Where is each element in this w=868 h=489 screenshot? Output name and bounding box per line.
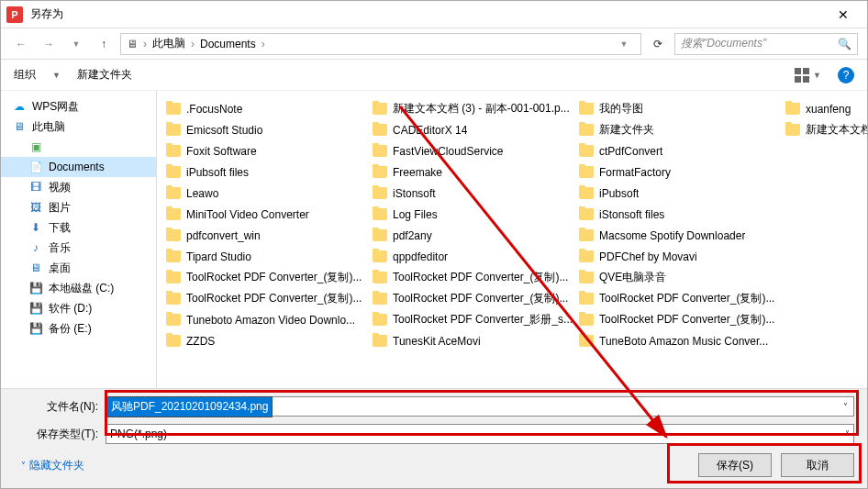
folder-item[interactable]: TunesKit AceMovi (369, 330, 575, 351)
sidebar-item[interactable]: 🖥桌面 (1, 258, 156, 278)
breadcrumb-item[interactable]: 此电脑 (152, 36, 185, 51)
sidebar-item[interactable]: 📄Documents (1, 157, 156, 177)
sidebar-item[interactable]: 💾备份 (E:) (1, 318, 156, 339)
music-icon: ♪ (28, 241, 43, 254)
folder-item[interactable]: TuneBoto Amazon Music Conver... (575, 330, 782, 351)
folder-item[interactable]: iStonsoft (369, 183, 575, 204)
folder-label: Emicsoft Studio (186, 124, 262, 137)
chevron-down-icon: ˅ (21, 461, 26, 471)
folder-item[interactable]: 新建文本文档 (3) - 副本-001-001.p... (369, 98, 575, 119)
new-folder-button[interactable]: 新建文件夹 (77, 67, 132, 83)
folder-label: PDFChef by Movavi (599, 250, 697, 263)
folder-label: ToolRocket PDF Converter_影册_s... (393, 312, 573, 328)
folder-item[interactable]: MiniTool Video Converter (162, 204, 369, 225)
sidebar-item[interactable]: 💾本地磁盘 (C:) (1, 278, 156, 298)
folder-item[interactable]: Emicsoft Studio (162, 119, 369, 140)
chevron-down-icon[interactable]: ˅ (845, 429, 850, 439)
nav-up-button[interactable]: ↑ (93, 33, 115, 55)
folder-item[interactable]: Log Files (369, 204, 575, 225)
folder-item[interactable]: ZZDS (162, 330, 369, 351)
chevron-right-icon: › (191, 38, 195, 50)
folder-item[interactable]: QVE电脑录音 (575, 267, 782, 288)
search-input[interactable]: 搜索"Documents" 🔍 (674, 33, 858, 55)
sidebar-item-label: 备份 (E:) (49, 321, 92, 337)
folder-item[interactable]: CADEditorX 14 (369, 119, 575, 140)
sidebar-item[interactable]: 💾软件 (D:) (1, 298, 156, 318)
folder-item[interactable]: pdfconvert_win (162, 225, 369, 246)
chevron-down-icon[interactable]: ˅ (843, 402, 853, 412)
hide-folders-link[interactable]: ˅ 隐藏文件夹 (14, 458, 84, 473)
folder-item[interactable]: .FocusNote (162, 98, 369, 119)
folder-item[interactable]: ToolRocket PDF Converter_(复制)... (162, 267, 369, 288)
folder-item[interactable]: 新建文件夹 (575, 119, 782, 140)
sidebar-item-label: 下载 (49, 220, 71, 236)
folder-item[interactable]: 新建文本文档 (3) - 副本.pdf.extract... (782, 119, 867, 140)
address-bar[interactable]: 🖥 › 此电脑 › Documents › ▼ (120, 33, 641, 55)
folder-item[interactable]: Leawo (162, 183, 369, 204)
folder-item[interactable]: ctPdfConvert (575, 140, 782, 161)
folder-item[interactable]: PDFChef by Movavi (575, 246, 782, 267)
sidebar-item[interactable]: 🖥此电脑 (1, 117, 156, 137)
filename-value: 风驰PDF_20210201092434.png (106, 396, 273, 417)
view-mode-button[interactable]: ▼ (795, 68, 821, 83)
folder-item[interactable]: iPubsoft files (162, 161, 369, 183)
folder-item[interactable]: Tipard Studio (162, 246, 369, 267)
folder-item[interactable]: ToolRocket PDF Converter_(复制)... (575, 309, 782, 330)
folder-item[interactable]: ToolRocket PDF Converter_(复制)... (369, 267, 575, 288)
sidebar-item[interactable]: ☁WPS网盘 (1, 96, 156, 117)
help-icon[interactable]: ? (838, 67, 854, 83)
folder-item[interactable]: iPubsoft (575, 183, 782, 204)
refresh-button[interactable]: ⟳ (647, 33, 669, 55)
cancel-button[interactable]: 取消 (781, 453, 854, 477)
folder-item[interactable]: Freemake (369, 161, 575, 183)
folder-icon (579, 187, 594, 199)
monitor-icon: 🖥 (12, 120, 27, 133)
folder-icon (373, 187, 387, 199)
folder-item[interactable]: Foxit Software (162, 140, 369, 161)
folder-item[interactable]: qppdfeditor (369, 246, 575, 267)
folder-item[interactable]: xuanfeng (782, 98, 867, 119)
folder-label: ToolRocket PDF Converter_(复制)... (186, 270, 362, 285)
breadcrumb-item[interactable]: Documents (200, 38, 256, 50)
filename-label: 文件名(N): (14, 399, 106, 415)
download-icon: ⬇ (28, 221, 43, 234)
organize-menu[interactable]: 组织 (14, 67, 36, 83)
folder-item[interactable]: Macsome Spotify Downloader (575, 225, 782, 246)
folder-item[interactable]: FormatFactory (575, 161, 782, 183)
sidebar-item[interactable]: 🖼图片 (1, 197, 156, 217)
sidebar-item-label: 图片 (49, 200, 71, 216)
folder-label: ToolRocket PDF Converter_(复制)... (393, 270, 568, 285)
folder-item[interactable]: Tuneboto Amazon Video Downlo... (162, 309, 369, 330)
folder-item[interactable]: FastViewCloudService (369, 140, 575, 161)
folder-item[interactable]: ToolRocket PDF Converter_(复制)... (369, 288, 575, 309)
folder-item[interactable]: pdf2any (369, 225, 575, 246)
address-dropdown-icon[interactable]: ▼ (613, 33, 635, 55)
sidebar-item[interactable]: ⬇下载 (1, 217, 156, 238)
sidebar-item[interactable]: 🎞视频 (1, 177, 156, 197)
save-button[interactable]: 保存(S) (698, 453, 772, 477)
folder-label: QVE电脑录音 (599, 270, 666, 285)
folder-icon (373, 293, 387, 305)
folder-icon (579, 229, 594, 241)
nav-recent-dropdown[interactable]: ▼ (65, 33, 87, 55)
sidebar-item-label: 音乐 (49, 240, 71, 256)
chevron-down-icon[interactable]: ▼ (52, 71, 61, 80)
filename-input[interactable]: 风驰PDF_20210201092434.png ˅ (106, 396, 854, 417)
folder-item[interactable]: iStonsoft files (575, 204, 782, 225)
folder-icon (166, 293, 181, 305)
sidebar-item-label: WPS网盘 (32, 99, 79, 115)
filetype-select[interactable]: PNG(*.png) ˅ (106, 424, 854, 444)
folder-item[interactable]: 我的导图 (575, 98, 782, 119)
folder-item[interactable]: ToolRocket PDF Converter_(复制)... (162, 288, 369, 309)
close-button[interactable]: ✕ (825, 2, 862, 28)
nav-forward-button[interactable]: → (38, 33, 60, 55)
nav-back-button[interactable]: ← (10, 33, 32, 55)
folder-icon (579, 103, 594, 115)
folder-item[interactable]: ToolRocket PDF Converter_(复制)... (575, 288, 782, 309)
chevron-right-icon: › (143, 38, 147, 50)
folder-item[interactable]: ToolRocket PDF Converter_影册_s... (369, 309, 575, 330)
sidebar-item[interactable]: ▣ (1, 137, 156, 157)
sidebar-item[interactable]: ♪音乐 (1, 238, 156, 258)
folder-label: MiniTool Video Converter (186, 208, 309, 221)
folder-label: pdf2any (393, 229, 432, 242)
